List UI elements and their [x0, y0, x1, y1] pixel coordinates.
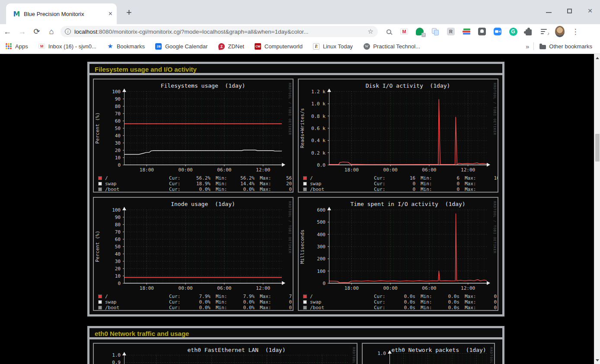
address-bar[interactable]: i localhost:8080/monitorix-cgi/monitorix…: [61, 26, 378, 37]
zoom-camera-icon[interactable]: [493, 27, 502, 36]
menu-dots-icon[interactable]: ⋮: [571, 27, 580, 36]
legend-row: /Cur:56.2%Min:56.2%Max:56.2%: [98, 175, 294, 181]
window-close-button[interactable]: ×: [584, 5, 596, 16]
bookmark-item[interactable]: ltLinux Today: [313, 43, 353, 50]
legend-row: swapCur:0Min:0Max:0: [303, 181, 498, 187]
playlist-music-icon[interactable]: [539, 27, 549, 36]
search-icon[interactable]: [384, 27, 393, 36]
keep-note-icon[interactable]: [477, 27, 487, 36]
chart-inode-usage[interactable]: Inode usage (1day)RRDTOOL / TOBI OETIKER…: [93, 197, 294, 311]
bookmarks-overflow-chevron[interactable]: »: [526, 43, 529, 50]
section-eth0: eth0 Network traffic and usage eth0 Fast…: [87, 326, 504, 364]
other-bookmarks-button[interactable]: Other bookmarks: [539, 43, 592, 50]
y-tick-label: 0.0: [299, 162, 326, 168]
rrdtool-watermark: RRDTOOL / TOBI OETIKER: [489, 347, 493, 364]
page-info-icon[interactable]: i: [65, 28, 71, 35]
folder-icon: [539, 43, 546, 50]
forward-arrow-icon[interactable]: →: [15, 27, 29, 36]
x-tick-label: 18:00: [342, 167, 361, 173]
section-filesystem: Filesystem usage and I/O activity Filesy…: [87, 62, 504, 317]
window-maximize-button[interactable]: [564, 5, 575, 16]
svg-text:M: M: [13, 10, 20, 18]
scrollbar-thumb[interactable]: [595, 134, 600, 161]
home-icon[interactable]: ⌂: [44, 27, 59, 36]
y-tick-label: 80: [94, 104, 121, 109]
copy-pages-icon[interactable]: [431, 27, 440, 36]
y-tick-label: 40: [94, 251, 121, 257]
profile-avatar-icon[interactable]: [555, 27, 565, 36]
graph-plot-area: [124, 355, 349, 364]
bookmarks-bar: AppsMInbox (16) - sjvn0...★Bookmarks28Go…: [0, 39, 600, 54]
window-minimize-button[interactable]: [543, 5, 554, 16]
url-text[interactable]: localhost:8080/monitorix-cgi/monitorix.c…: [74, 28, 364, 35]
y-tick-label: 20: [94, 148, 121, 153]
bookmark-item[interactable]: MInbox (16) - sjvn0...: [38, 43, 96, 50]
x-tick-label: 12:00: [254, 167, 273, 173]
back-arrow-icon[interactable]: ←: [0, 27, 15, 36]
legend-color-swatch: [98, 294, 102, 298]
y-tick-label: 100: [299, 269, 326, 274]
bookmark-item[interactable]: ZZDNet: [218, 43, 244, 50]
browser-window: M Blue Precision Monitorix × + × ← → ⟳ ⌂…: [0, 0, 600, 364]
y-tick-label: 70: [94, 111, 121, 117]
y-tick-label: 1.0: [363, 351, 386, 356]
chart-filesystems-usage[interactable]: Filesystems usage (1day)RRDTOOL / TOBI O…: [93, 79, 294, 193]
y-tick-label: 0: [299, 281, 326, 286]
y-tick-label: 10: [94, 155, 121, 161]
gmail-icon[interactable]: M: [399, 27, 409, 36]
browser-tab[interactable]: M Blue Precision Monitorix ×: [6, 3, 117, 24]
x-tick-label: 00:00: [381, 285, 400, 291]
x-tick-label: 18:00: [342, 285, 361, 291]
section-title: eth0 Network traffic and usage: [89, 328, 502, 339]
chart-disk-io-activity[interactable]: Disk I/O activity (1day)RRDTOOL / TOBI O…: [298, 79, 498, 193]
y-tick-label: 1.0: [94, 352, 121, 358]
graph-plot-area: [329, 92, 487, 165]
y-tick-label: 70: [94, 229, 121, 235]
legend-row: /Cur:7.9%Min:7.9%Max:7.9%: [98, 294, 294, 299]
legend-color-swatch: [303, 176, 307, 180]
reload-icon[interactable]: ⟳: [29, 27, 44, 36]
rrdtool-watermark: RRDTOOL / TOBI OETIKER: [288, 201, 292, 253]
legend-color-swatch: [303, 300, 307, 304]
computerworld-icon: CW: [255, 43, 262, 50]
tab-close-icon[interactable]: ×: [109, 10, 112, 18]
chart-eth0-packets[interactable]: eth0 Network packets (1day)RRDTOOL / TOB…: [362, 343, 495, 364]
gmail-icon: M: [38, 43, 45, 50]
google-voice-icon[interactable]: [415, 27, 424, 36]
page-scrollbar[interactable]: [594, 54, 600, 364]
legend-row: swapCur:18.9%Min:14.4%Max:20.5%: [98, 181, 294, 187]
y-tick-label: 0.4 k: [299, 138, 326, 143]
x-tick-label: 06:00: [420, 285, 439, 291]
bookmark-star-icon[interactable]: ☆: [368, 28, 373, 35]
bookmark-item[interactable]: WPractical Technol...: [363, 43, 420, 50]
chart-time-spent-io[interactable]: Time spent in I/O activity (1day)RRDTOOL…: [298, 197, 498, 311]
scrollbar-up-arrow[interactable]: [594, 55, 600, 61]
book-stack-icon[interactable]: [462, 27, 471, 36]
reader-r-icon[interactable]: R: [446, 27, 456, 36]
new-tab-button[interactable]: +: [126, 7, 132, 18]
extensions-puzzle-icon[interactable]: [524, 27, 533, 36]
graph-title: eth0 Network packets (1day): [389, 347, 488, 353]
bookmark-item[interactable]: Apps: [5, 43, 28, 50]
scrollbar-down-arrow[interactable]: [594, 357, 600, 363]
y-tick-label: 500: [299, 219, 326, 225]
rrdtool-watermark: RRDTOOL / TOBI OETIKER: [493, 201, 497, 253]
x-tick-label: 06:00: [215, 285, 234, 291]
grammarly-g-icon[interactable]: G: [508, 27, 518, 36]
y-tick-label: 200: [299, 256, 326, 262]
bookmark-item[interactable]: CWComputerworld: [255, 43, 303, 50]
y-tick-label: 1.2 k: [299, 89, 326, 95]
y-tick-label: 0: [94, 162, 121, 168]
tab-strip: M Blue Precision Monitorix × + ×: [0, 0, 600, 24]
graph-title: Time spent in I/O activity (1day): [329, 201, 487, 207]
extension-icon-row: MRG⋮: [384, 27, 580, 36]
bookmark-item[interactable]: ★Bookmarks: [107, 43, 145, 50]
apps-grid-icon: [5, 43, 12, 50]
bookmark-item[interactable]: 28Google Calendar: [155, 43, 207, 50]
graph-plot-area: [124, 210, 282, 283]
legend-color-swatch: [303, 182, 307, 186]
y-tick-label: 600: [299, 207, 326, 213]
chart-eth0-lan[interactable]: eth0 FastEthernet LAN (1day)RRDTOOL / TO…: [93, 343, 357, 364]
y-tick-label: 1.0 k: [299, 101, 326, 107]
legend-color-swatch: [303, 294, 307, 298]
